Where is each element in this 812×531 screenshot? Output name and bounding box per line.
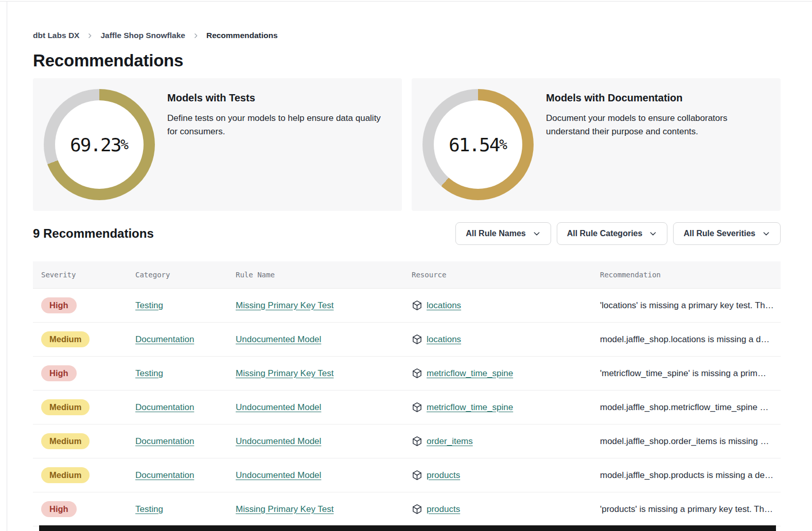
category-cell: Testing [135,504,236,515]
card-title: Models with Documentation [546,92,737,104]
filter-label: All Rule Names [466,229,525,238]
breadcrumb-item-project[interactable]: Jaffle Shop Snowflake [100,31,185,40]
category-link[interactable]: Testing [135,300,163,310]
severity-cell: Medium [41,331,135,347]
rule-name-link[interactable]: Undocumented Model [236,402,321,412]
severity-badge: Medium [41,433,90,449]
resource-link[interactable]: products [427,504,460,515]
documentation-coverage-donut-chart: 61.54% [422,89,534,200]
rule-name-link[interactable]: Missing Primary Key Test [236,300,334,310]
severity-badge: Medium [41,399,90,415]
metric-cards: 69.23% Models with Tests Define tests on… [33,78,781,211]
card-text-block: Models with Documentation Document your … [546,89,737,200]
table-row: High Testing Missing Primary Key Test me… [33,357,781,391]
resource-link[interactable]: locations [427,300,461,311]
page-title: Recommendations [33,51,781,70]
tests-coverage-donut-chart: 69.23% [44,89,155,200]
chevron-down-icon [762,229,770,238]
category-cell: Testing [135,300,236,311]
main-content: dbt Labs DX Jaffle Shop Snowflake Recomm… [33,0,781,526]
severity-cell: Medium [41,433,135,449]
resource-link[interactable]: products [427,470,460,481]
card-text-block: Models with Tests Define tests on your m… [167,89,391,200]
model-cube-icon [412,300,422,311]
category-link[interactable]: Testing [135,504,163,514]
resource-cell: products [412,470,600,481]
table-row: High Testing Missing Primary Key Test pr… [33,492,781,526]
percent-sign: % [499,137,507,152]
documentation-coverage-percent: 61.54 [449,134,499,155]
severity-cell: Medium [41,467,135,483]
chevron-down-icon [533,229,541,238]
column-header-severity: Severity [41,271,135,279]
severity-badge: High [41,365,77,381]
category-link[interactable]: Documentation [135,436,194,446]
chevron-right-icon [192,32,199,39]
rule-name-cell: Missing Primary Key Test [236,300,412,311]
rule-name-link[interactable]: Missing Primary Key Test [236,504,334,514]
severity-cell: High [41,297,135,313]
percent-sign: % [120,137,129,152]
breadcrumb-item-account[interactable]: dbt Labs DX [33,31,79,40]
window-left-border [7,1,7,531]
severity-badge: Medium [41,331,90,347]
models-with-documentation-card: 61.54% Models with Documentation Documen… [412,78,781,211]
rule-severities-filter-dropdown[interactable]: All Rule Severities [673,222,781,245]
model-cube-icon [412,368,422,379]
table-body: High Testing Missing Primary Key Test lo… [33,289,781,526]
models-with-tests-card: 69.23% Models with Tests Define tests on… [33,78,402,211]
category-link[interactable]: Testing [135,368,163,378]
donut-hole: 61.54% [434,100,522,189]
category-link[interactable]: Documentation [135,334,194,344]
severity-badge: High [41,501,77,517]
recommendations-table: Severity Category Rule Name Resource Rec… [33,261,781,526]
model-cube-icon [412,334,422,345]
rule-name-cell: Undocumented Model [236,402,412,413]
resource-link[interactable]: order_items [427,436,473,447]
model-cube-icon [412,436,422,447]
recommendation-text: model.jaffle_shop.products is missing a … [600,470,781,481]
tests-coverage-percent: 69.23 [70,134,120,155]
rule-name-cell: Undocumented Model [236,334,412,345]
chevron-right-icon [86,32,93,39]
resource-link[interactable]: locations [427,334,461,345]
severity-cell: Medium [41,399,135,415]
resource-link[interactable]: metricflow_time_spine [427,368,513,379]
rule-name-link[interactable]: Undocumented Model [236,334,321,344]
category-link[interactable]: Documentation [135,470,194,480]
resource-link[interactable]: metricflow_time_spine [427,402,513,413]
rule-name-link[interactable]: Missing Primary Key Test [236,368,334,378]
card-description: Define tests on your models to help ensu… [167,112,391,138]
category-cell: Documentation [135,470,236,481]
rule-name-link[interactable]: Undocumented Model [236,436,321,446]
column-header-category: Category [135,271,236,279]
category-link[interactable]: Documentation [135,402,194,412]
rule-name-link[interactable]: Undocumented Model [236,470,321,480]
rule-name-cell: Undocumented Model [236,436,412,447]
severity-cell: High [41,501,135,517]
recommendation-text: 'metricflow_time_spine' is missing a pri… [600,368,781,379]
recommendation-text: model.jaffle_shop.metricflow_time_spine … [600,402,781,413]
resource-cell: locations [412,300,600,311]
rule-name-cell: Undocumented Model [236,470,412,481]
bottom-cutoff-bar [39,525,776,531]
rule-categories-filter-dropdown[interactable]: All Rule Categories [557,222,668,245]
category-cell: Documentation [135,436,236,447]
resource-cell: products [412,504,600,515]
recommendation-text: model.jaffle_shop.order_items is missing… [600,436,781,447]
rule-names-filter-dropdown[interactable]: All Rule Names [455,222,551,245]
resource-cell: locations [412,334,600,345]
breadcrumb: dbt Labs DX Jaffle Shop Snowflake Recomm… [33,31,781,40]
resource-cell: metricflow_time_spine [412,368,600,379]
recommendation-text: 'products' is missing a primary key test… [600,504,781,515]
card-title: Models with Tests [167,92,391,104]
table-row: Medium Documentation Undocumented Model … [33,424,781,458]
recommendation-text: model.jaffle_shop.locations is missing a… [600,334,781,345]
breadcrumb-item-current: Recommendations [206,31,278,40]
rule-name-cell: Missing Primary Key Test [236,504,412,515]
card-description: Document your models to ensure collabora… [546,112,737,138]
model-cube-icon [412,470,422,481]
column-header-rule-name: Rule Name [236,271,412,279]
filter-bar: All Rule Names All Rule Categories All R… [455,222,781,245]
donut-hole: 69.23% [55,100,144,189]
